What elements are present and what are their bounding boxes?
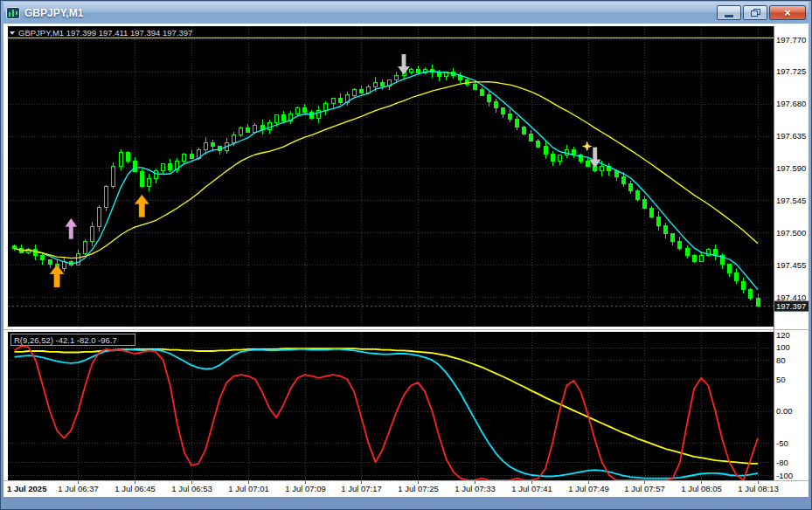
window-controls: × (717, 5, 806, 20)
candle-body (360, 89, 364, 93)
time-axis-label: 1 Jul 07:49 (568, 484, 608, 493)
candle-body (559, 155, 562, 162)
candle-body (127, 153, 130, 162)
current-price-text: 197.397 (776, 301, 806, 311)
candle-body (84, 241, 87, 254)
candle-body (757, 299, 760, 307)
candle-body (545, 147, 548, 154)
ohlc-quote-line: GBPJPY,M1 197.399 197.411 197.394 197.39… (18, 28, 192, 38)
candle-body (205, 142, 208, 149)
window-titlebar[interactable]: GBPJPY,M1 × (3, 2, 809, 24)
app-icon (6, 7, 20, 19)
candle-body (622, 176, 626, 183)
time-axis-label: 1 Jul 06:37 (58, 484, 98, 493)
time-axis-label: 1 Jul 07:41 (511, 484, 552, 493)
candle-body (148, 179, 151, 186)
indicator-axis-label: 80 (776, 355, 786, 365)
chart-canvas[interactable]: GBPJPY,M1 197.399 197.411 197.394 197.39… (3, 24, 809, 497)
candle-body (728, 264, 732, 272)
candle-body (530, 134, 533, 141)
candle-body (700, 256, 704, 262)
candle-body (239, 128, 243, 135)
candle-body (339, 98, 343, 102)
candle-body (410, 69, 413, 72)
candle-body (523, 127, 526, 134)
candle-body (282, 115, 286, 121)
candle-body (246, 128, 250, 133)
restore-button[interactable] (743, 5, 767, 20)
candle-body (664, 225, 668, 234)
candle-body (629, 184, 633, 191)
candle-body (516, 120, 519, 127)
time-axis-label: 1 Jul 07:01 (228, 484, 268, 493)
candle-body (120, 153, 123, 167)
price-axis-label: 197.410 (776, 293, 806, 302)
indicator-axis-label: 100 (776, 342, 790, 352)
candle-body (395, 76, 399, 80)
time-axis-label: 1 Jul 08:13 (738, 484, 778, 493)
candle-body (537, 141, 540, 147)
candle-body (417, 69, 420, 72)
candle-body (693, 256, 697, 262)
close-button[interactable]: × (769, 5, 806, 20)
price-axis-label: 197.455 (776, 260, 806, 270)
candle-body (169, 164, 172, 170)
candle-body (98, 208, 101, 227)
close-icon: × (784, 7, 791, 18)
main-chart-pane[interactable] (8, 26, 774, 327)
candle-body (253, 125, 257, 132)
candle-body (671, 234, 675, 241)
candle-body (155, 171, 158, 179)
time-axis-label: 1 Jul 07:17 (341, 484, 381, 493)
time-axis-label: 1 Jul 07:25 (398, 484, 438, 493)
time-axis-label: 1 Jul 08:05 (681, 484, 721, 493)
candle-body (474, 85, 477, 90)
candle-body (678, 241, 682, 248)
candle-body (481, 89, 484, 95)
candle-body (636, 191, 640, 200)
candle-body (261, 125, 265, 129)
candle-body (552, 154, 555, 161)
candle-body (459, 76, 462, 80)
candle-body (438, 72, 441, 77)
time-axis-label: 1 Jul 07:57 (624, 484, 664, 493)
candle-body (650, 208, 654, 217)
candle-body (488, 95, 491, 101)
candle-body (41, 256, 45, 260)
chart-content: GBPJPY,M1 197.399 197.411 197.394 197.39… (3, 24, 809, 497)
candle-body (105, 186, 108, 208)
indicator-axis-label: 120 (776, 330, 790, 340)
indicator-axis-label: -80 (776, 458, 788, 467)
candle-body (183, 154, 186, 161)
candle-body (749, 290, 753, 299)
candle-body (615, 171, 619, 177)
time-axis-label: 1 Jul 06:45 (115, 484, 155, 493)
window-title: GBPJPY,M1 (24, 7, 83, 19)
candle-body (162, 164, 165, 171)
candle-body (303, 108, 307, 113)
time-axis-label: 1 Jul 2025 (7, 484, 47, 493)
candle-body (502, 108, 505, 114)
candle-body (91, 227, 94, 241)
candle-body (134, 161, 137, 171)
candle-body (296, 108, 300, 114)
indicator-axis-label: -50 (776, 438, 788, 448)
price-axis-label: 197.725 (776, 66, 806, 76)
candle-body (49, 259, 52, 264)
candle-body (714, 250, 718, 256)
candle-body (600, 166, 604, 171)
candle-body (509, 114, 512, 120)
candle-body (643, 200, 647, 209)
candle-body (686, 248, 690, 255)
indicator-axis-label: -100 (776, 471, 793, 480)
price-axis-label: 197.500 (776, 228, 806, 238)
indicator-label: R(9,26,52) -42.1 -82.0 -96.7 (14, 335, 117, 345)
indicator-axis-label: 50 (776, 375, 786, 384)
restore-icon (751, 9, 760, 17)
minimize-button[interactable] (717, 5, 741, 20)
candle-body (13, 245, 17, 248)
candle-body (353, 89, 357, 95)
candle-body (112, 167, 115, 186)
candle-body (310, 113, 314, 119)
price-axis-label: 197.680 (776, 99, 806, 108)
